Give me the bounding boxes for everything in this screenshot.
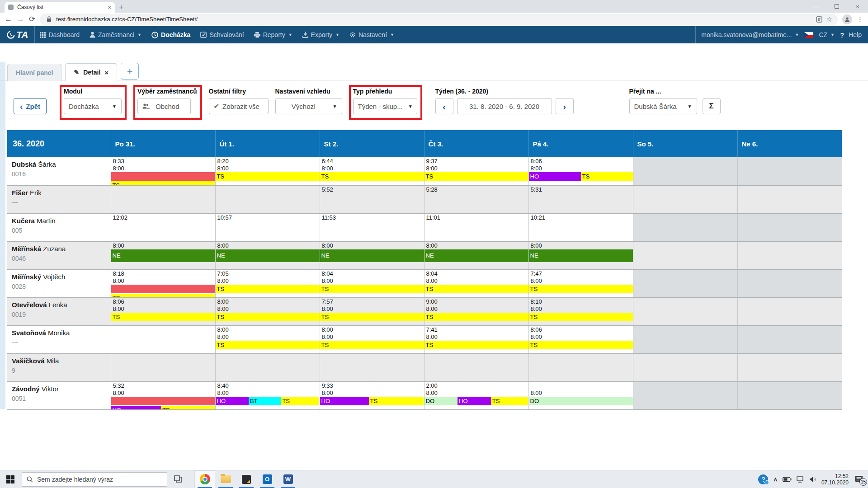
day-cell[interactable]: 8:068:00TS (528, 325, 633, 353)
taskbar-app-notes[interactable] (236, 470, 257, 488)
day-cell[interactable]: 8:00NE (215, 241, 320, 269)
day-cell[interactable]: 8:00NE (111, 241, 215, 269)
day-cell[interactable]: 10:21 (528, 213, 633, 241)
day-cell[interactable]: 8:008:00TS (320, 325, 424, 353)
taskbar-app-chrome[interactable] (194, 470, 215, 488)
taskbar-app-word[interactable]: W (278, 470, 298, 488)
day-cell[interactable]: 6:448:00TS (320, 157, 424, 185)
bookmark-star-icon[interactable]: ☆ (826, 15, 832, 23)
forward-icon[interactable]: → (17, 15, 24, 24)
taskbar-clock[interactable]: 12:52 07.10.2020 (821, 473, 849, 486)
employee-name-cell[interactable]: Měřínská Zuzana0046 (7, 241, 111, 269)
day-cell[interactable]: 5:31 (528, 185, 633, 213)
day-cell[interactable]: 11:01 (424, 213, 528, 241)
weekend-cell[interactable] (737, 353, 842, 381)
weekend-cell[interactable] (633, 297, 737, 325)
collapsed-sidebar-strip[interactable] (0, 62, 5, 409)
window-close-button[interactable]: × (847, 0, 868, 13)
sum-button[interactable]: Σ (703, 98, 721, 114)
day-cell[interactable]: 8:108:00TS (528, 297, 633, 325)
network-icon[interactable] (797, 476, 804, 483)
day-cell[interactable]: 8:408:00HOBTTS (215, 381, 320, 409)
day-cell[interactable]: 9:008:00TS (424, 297, 528, 325)
user-menu[interactable]: monika.svatonova@mobatime... ▼ (701, 31, 799, 38)
day-cell[interactable] (215, 353, 320, 381)
tab-close-icon[interactable]: × (108, 4, 111, 11)
prejit-na-select[interactable]: Dubská Šárka ▼ (629, 98, 697, 114)
day-cell[interactable] (528, 353, 633, 381)
day-cell[interactable]: 8:00DO (528, 381, 633, 409)
day-cell[interactable] (215, 185, 320, 213)
tab-detail[interactable]: ✎ Detail × (65, 63, 117, 81)
reload-icon[interactable]: ⟳ (29, 14, 35, 24)
day-cell[interactable]: 8:00NE (320, 241, 424, 269)
employee-name-cell[interactable]: Svatoňová Monika--- (7, 325, 111, 353)
day-cell[interactable]: 8:208:00TS (215, 157, 320, 185)
day-cell[interactable]: 5:28 (424, 185, 528, 213)
zobrazit-vse-button[interactable]: ✔ Zobrazit vše (209, 98, 269, 114)
browser-tab[interactable]: Časový list × (5, 2, 115, 13)
employee-name-cell[interactable]: Dubská Šárka0016 (7, 157, 111, 185)
tab-detail-close-icon[interactable]: × (104, 69, 108, 76)
support-question-icon[interactable]: ? (758, 474, 768, 484)
nav-item-nastaveni[interactable]: Nastavení ▼ (349, 31, 394, 38)
employee-name-cell[interactable]: Otevřelová Lenka0019 (7, 297, 111, 325)
add-tab-button[interactable]: + (121, 63, 139, 80)
weekend-cell[interactable] (633, 157, 737, 185)
day-cell[interactable]: 7:478:00TS (528, 269, 633, 297)
taskbar-search-input[interactable]: Sem zadejte hledaný výraz (22, 472, 167, 487)
weekend-cell[interactable] (737, 185, 842, 213)
weekend-cell[interactable] (633, 353, 737, 381)
day-cell[interactable]: 7:058:00TS (215, 269, 320, 297)
weekend-cell[interactable] (633, 213, 737, 241)
day-cell[interactable]: 8:00NE (424, 241, 528, 269)
modul-select[interactable]: Docházka ▼ (64, 98, 122, 114)
weekend-cell[interactable] (737, 157, 842, 185)
day-cell[interactable]: 10:57 (215, 213, 320, 241)
weekend-cell[interactable] (737, 325, 842, 353)
day-cell[interactable] (111, 353, 215, 381)
previous-week-button[interactable]: ‹ (435, 98, 453, 114)
day-cell[interactable]: 8:048:00TS (320, 269, 424, 297)
nav-item-exporty[interactable]: Exporty ▼ (302, 31, 340, 38)
employee-name-cell[interactable]: Vašíčková Mila9 (7, 353, 111, 381)
typ-prehledu-select[interactable]: Týden - skup... ▼ (353, 98, 417, 114)
day-cell[interactable]: 8:338:00TS (111, 157, 215, 185)
tray-chevron-up-icon[interactable]: ∧ (773, 476, 778, 483)
browser-profile-avatar[interactable] (842, 14, 852, 24)
employee-name-cell[interactable]: Měřínský Vojtěch0028 (7, 269, 111, 297)
next-week-button[interactable]: › (556, 98, 574, 114)
weekend-cell[interactable] (633, 325, 737, 353)
browser-menu-icon[interactable]: ⋮ (857, 15, 863, 23)
employee-name-cell[interactable]: Kučera Martin005 (7, 213, 111, 241)
taskbar-app-outlook[interactable]: O (257, 470, 278, 488)
tab-hlavni-panel[interactable]: Hlavní panel (7, 64, 61, 81)
taskbar-app-explorer[interactable] (215, 470, 236, 488)
day-cell[interactable] (320, 353, 424, 381)
nav-item-schvalovani[interactable]: Schvalování (200, 31, 244, 38)
week-range-field[interactable]: 31. 8. 2020 - 6. 9. 2020 (457, 98, 552, 114)
task-view-button[interactable] (167, 470, 188, 488)
app-logo[interactable]: TA (0, 26, 35, 43)
day-cell[interactable]: 8:008:00TS (215, 297, 320, 325)
day-cell[interactable]: 11:53 (320, 213, 424, 241)
day-cell[interactable]: 7:418:00TS (424, 325, 528, 353)
address-bar[interactable]: test.firemnidochazka.cz/cs-CZ/TimeSheet/… (40, 14, 838, 25)
day-cell[interactable]: 8:048:00TS (424, 269, 528, 297)
start-button[interactable] (0, 470, 21, 488)
day-cell[interactable] (111, 185, 215, 213)
employee-name-cell[interactable]: Závodný Viktor0051 (7, 381, 111, 409)
day-cell[interactable] (424, 353, 528, 381)
window-minimize-button[interactable]: — (806, 0, 826, 13)
translate-icon[interactable] (816, 16, 823, 23)
employee-name-cell[interactable]: Fišer Erik--- (7, 185, 111, 213)
day-cell[interactable]: 9:378:00TS (424, 157, 528, 185)
vyber-zamestnancu-button[interactable]: Obchod (137, 98, 191, 114)
weekend-cell[interactable] (737, 269, 842, 297)
weekend-cell[interactable] (633, 381, 737, 409)
nav-item-zamestnanci[interactable]: Zaměstnanci ▼ (90, 31, 142, 38)
weekend-cell[interactable] (633, 185, 737, 213)
weekend-cell[interactable] (633, 241, 737, 269)
back-icon[interactable]: ← (5, 15, 12, 24)
day-cell[interactable]: 5:328:00HOTS (111, 381, 215, 409)
